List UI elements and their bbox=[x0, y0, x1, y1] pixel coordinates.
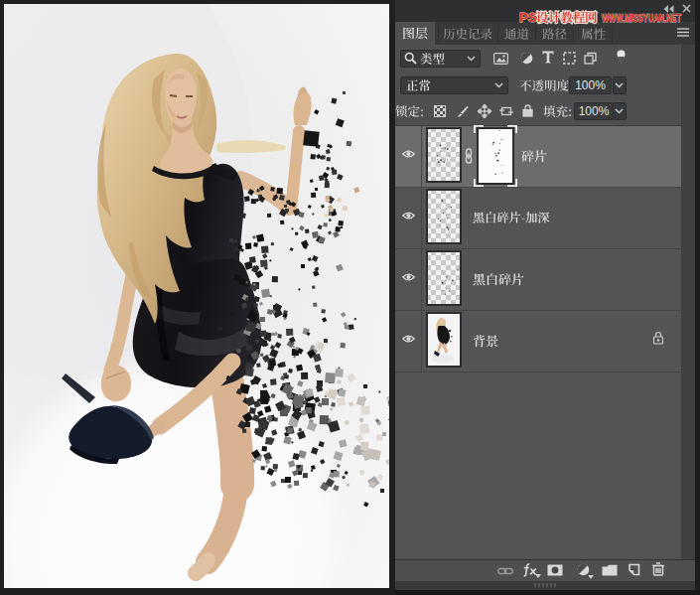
svg-text:PS: PS bbox=[519, 10, 537, 25]
svg-text:WWW.MISSYUAN.NET: WWW.MISSYUAN.NET bbox=[602, 13, 681, 24]
